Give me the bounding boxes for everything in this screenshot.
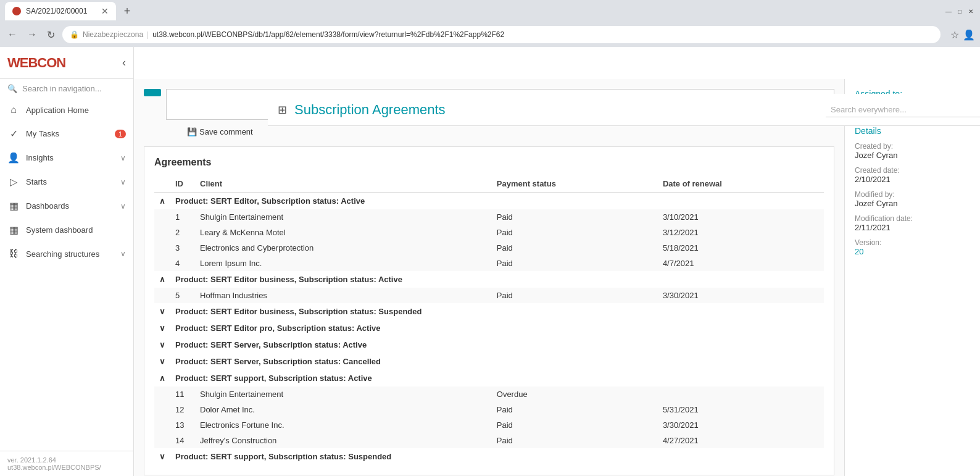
app-grid-icon[interactable]: ⊞ bbox=[278, 103, 287, 117]
right-panel: Assigned to: 👤 Jozef Cyran Details Creat… bbox=[844, 79, 980, 476]
group-row[interactable]: ∨ Product: SERT Server, Subscription sta… bbox=[154, 353, 824, 370]
save-comment-button[interactable]: 💾 Save comment bbox=[187, 127, 253, 136]
group-chevron-icon[interactable]: ∧ bbox=[154, 271, 170, 288]
sidebar-item-insights[interactable]: 👤 Insights ∨ bbox=[0, 146, 133, 170]
forward-button[interactable]: → bbox=[25, 27, 39, 43]
modification-date-row: Modification date: 2/11/2021 bbox=[855, 214, 970, 232]
bookmark-star-icon[interactable]: ☆ bbox=[950, 29, 959, 41]
save-comment-row: 💾 Save comment bbox=[144, 127, 834, 136]
group-row[interactable]: ∧ Product: SERT Editor, Subscription sta… bbox=[154, 193, 824, 210]
global-search-input[interactable] bbox=[826, 102, 980, 117]
table-row[interactable]: 3 Electronics and Cyberprotection Paid 5… bbox=[154, 240, 824, 256]
table-row[interactable]: 12 Dolor Amet Inc. Paid 5/31/2021 bbox=[154, 402, 824, 417]
save-comment-icon: 💾 bbox=[187, 127, 197, 136]
details-section: Details Created by: Jozef Cyran Created … bbox=[855, 126, 970, 256]
sidebar-my-tasks-label: My Tasks bbox=[26, 129, 109, 138]
sidebar-collapse-button[interactable]: ‹ bbox=[122, 56, 126, 69]
agreements-title: Agreements bbox=[154, 157, 824, 168]
sidebar-system-dashboard-label: System dashboard bbox=[26, 225, 126, 235]
maximize-button[interactable]: □ bbox=[955, 7, 964, 15]
row-chevron-cell bbox=[154, 209, 170, 225]
row-payment-status: Paid bbox=[492, 433, 658, 448]
profile-icon[interactable]: 👤 bbox=[963, 29, 975, 41]
table-row[interactable]: 11 Shulgin Entertainement Overdue bbox=[154, 386, 824, 402]
chevron-down-icon: ∨ bbox=[120, 178, 126, 186]
chevron-down-icon: ∨ bbox=[120, 202, 126, 211]
table-row[interactable]: 4 Lorem Ipsum Inc. Paid 4/7/2021 bbox=[154, 256, 824, 271]
row-id: 4 bbox=[170, 256, 195, 271]
group-label: Product: SERT Editor pro, Subscription s… bbox=[170, 320, 824, 336]
tab-close-button[interactable]: ✕ bbox=[101, 6, 109, 16]
group-row[interactable]: ∨ Product: SERT support, Subscription st… bbox=[154, 448, 824, 465]
details-title: Details bbox=[855, 126, 970, 136]
group-label: Product: SERT Editor business, Subscript… bbox=[170, 271, 824, 288]
group-row[interactable]: ∧ Product: SERT support, Subscription st… bbox=[154, 370, 824, 386]
sidebar-item-app-home[interactable]: ⌂ Application Home bbox=[0, 98, 133, 122]
row-payment-status: Paid bbox=[492, 209, 658, 225]
row-date-renewal: 5/18/2021 bbox=[658, 240, 824, 256]
row-client: Leary & McKenna Motel bbox=[195, 225, 492, 240]
home-icon: ⌂ bbox=[7, 104, 20, 115]
row-id: 5 bbox=[170, 288, 195, 303]
group-row[interactable]: ∧ Product: SERT Editor business, Subscri… bbox=[154, 271, 824, 288]
table-row[interactable]: 5 Hoffman Industries Paid 3/30/2021 bbox=[154, 288, 824, 303]
reload-button[interactable]: ↻ bbox=[44, 27, 57, 43]
page-title: Subscription Agreements bbox=[294, 102, 818, 118]
sidebar-item-searching-structures[interactable]: ⛓ Searching structures ∨ bbox=[0, 242, 133, 265]
row-chevron-cell bbox=[154, 433, 170, 448]
group-chevron-icon[interactable]: ∨ bbox=[154, 303, 170, 320]
agreements-table: ID Client Payment status Date of renewal… bbox=[154, 175, 824, 465]
created-by-label: Created by: bbox=[855, 142, 970, 151]
row-chevron-cell bbox=[154, 240, 170, 256]
version-value[interactable]: 20 bbox=[855, 247, 970, 256]
url-text: ut38.webcon.pl/WEBCONBPS/db/1/app/62/ele… bbox=[152, 30, 933, 39]
group-row[interactable]: ∨ Product: SERT Editor business, Subscri… bbox=[154, 303, 824, 320]
url-bar[interactable]: 🔒 Niezabezpieczona | ut38.webcon.pl/WEBC… bbox=[62, 26, 941, 43]
address-bar-icons: ☆ 👤 bbox=[950, 29, 975, 41]
system-dashboard-icon: ▦ bbox=[7, 224, 20, 236]
sidebar-item-system-dashboard[interactable]: ▦ System dashboard bbox=[0, 218, 133, 242]
sidebar-item-dashboards[interactable]: ▦ Dashboards ∨ bbox=[0, 194, 133, 218]
table-header: ID Client Payment status Date of renewal bbox=[154, 175, 824, 193]
sidebar-dashboards-label: Dashboards bbox=[26, 201, 114, 211]
row-chevron-cell bbox=[154, 386, 170, 402]
back-button[interactable]: ← bbox=[5, 27, 20, 43]
group-chevron-icon[interactable]: ∧ bbox=[154, 370, 170, 386]
row-date-renewal bbox=[658, 386, 824, 402]
browser-chrome: SA/2021/02/00001 ✕ + — □ ✕ bbox=[0, 0, 980, 22]
row-id: 11 bbox=[170, 386, 195, 402]
row-id: 1 bbox=[170, 209, 195, 225]
created-date-row: Created date: 2/10/2021 bbox=[855, 166, 970, 184]
sidebar-search[interactable]: 🔍 Search in navigation... bbox=[0, 79, 133, 98]
agreements-section: Agreements ID Client Payment status Date… bbox=[144, 146, 834, 475]
group-chevron-icon[interactable]: ∨ bbox=[154, 353, 170, 370]
table-row[interactable]: 1 Shulgin Entertainement Paid 3/10/2021 bbox=[154, 209, 824, 225]
group-row[interactable]: ∨ Product: SERT Server, Subscription sta… bbox=[154, 336, 824, 353]
group-chevron-icon[interactable]: ∧ bbox=[154, 193, 170, 210]
row-payment-status: Overdue bbox=[492, 386, 658, 402]
table-row[interactable]: 2 Leary & McKenna Motel Paid 3/12/2021 bbox=[154, 225, 824, 240]
sidebar-item-starts[interactable]: ▷ Starts ∨ bbox=[0, 170, 133, 194]
group-chevron-icon[interactable]: ∨ bbox=[154, 320, 170, 336]
tab-favicon bbox=[12, 7, 21, 15]
row-id: 14 bbox=[170, 433, 195, 448]
group-row[interactable]: ∨ Product: SERT Editor pro, Subscription… bbox=[154, 320, 824, 336]
group-label: Product: SERT Server, Subscription statu… bbox=[170, 353, 824, 370]
table-row[interactable]: 14 Jeffrey's Construction Paid 4/27/2021 bbox=[154, 433, 824, 448]
row-date-renewal: 3/10/2021 bbox=[658, 209, 824, 225]
row-chevron-cell bbox=[154, 225, 170, 240]
sidebar: WEBCON ‹ 🔍 Search in navigation... ⌂ App… bbox=[0, 47, 134, 476]
browser-tab[interactable]: SA/2021/02/00001 ✕ bbox=[5, 2, 116, 20]
group-chevron-icon[interactable]: ∨ bbox=[154, 448, 170, 465]
agreements-body: ∧ Product: SERT Editor, Subscription sta… bbox=[154, 193, 824, 466]
new-tab-button[interactable]: + bbox=[118, 2, 136, 20]
minimize-button[interactable]: — bbox=[944, 7, 953, 15]
close-button[interactable]: ✕ bbox=[966, 7, 975, 15]
row-client: Dolor Amet Inc. bbox=[195, 402, 492, 417]
insights-icon: 👤 bbox=[7, 152, 20, 164]
group-label: Product: SERT support, Subscription stat… bbox=[170, 370, 824, 386]
sidebar-item-my-tasks[interactable]: ✓ My Tasks 1 bbox=[0, 122, 133, 146]
comment-action-button[interactable] bbox=[144, 89, 161, 96]
table-row[interactable]: 13 Electronics Fortune Inc. Paid 3/30/20… bbox=[154, 417, 824, 433]
group-chevron-icon[interactable]: ∨ bbox=[154, 336, 170, 353]
